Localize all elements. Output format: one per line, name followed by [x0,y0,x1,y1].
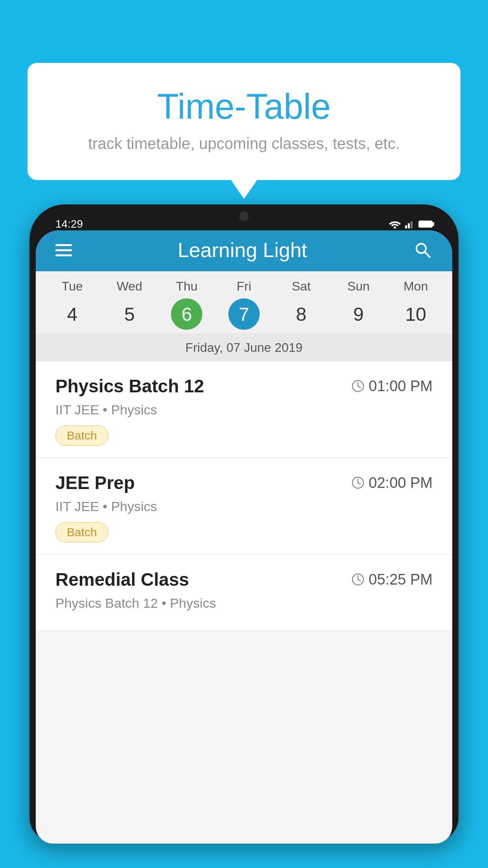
svg-line-14 [358,579,360,581]
schedule-item-header: JEE Prep 02:00 PM [55,472,433,493]
day-name: Sun [347,279,370,294]
day-name: Mon [404,279,428,294]
status-time: 14:29 [55,218,83,230]
day-number: 9 [343,298,374,330]
camera-dot [239,211,249,221]
day-item[interactable]: Wed5 [104,279,155,330]
speech-bubble: Time-Table track timetable, upcoming cla… [28,63,460,180]
phone-wrapper: 14:29 [29,204,459,868]
search-button[interactable] [413,240,433,260]
day-number: 8 [286,298,317,330]
batch-badge: Batch [55,425,108,446]
schedule-item-time: 02:00 PM [351,474,433,491]
schedule-item-subtitle: Physics Batch 12 • Physics [55,596,433,611]
schedule-item-title: JEE Prep [55,472,135,493]
schedule-item-subtitle: IIT JEE • Physics [55,402,433,417]
phone-notch [209,204,279,228]
schedule-item-title: Remedial Class [55,569,189,590]
schedule-item-title: Physics Batch 12 [55,375,204,397]
day-name: Tue [62,279,83,294]
svg-rect-1 [405,225,407,228]
calendar-strip: Tue4Wed5Thu6Fri7Sat8Sun9Mon10 Friday, 07… [36,271,452,361]
day-number: 4 [57,298,88,330]
svg-rect-3 [411,221,413,228]
svg-line-5 [425,252,430,257]
svg-line-11 [358,483,360,484]
status-icons [389,220,433,228]
day-name: Wed [117,279,142,294]
day-item[interactable]: Sun9 [333,279,384,330]
app-header: Learning Light [36,230,452,271]
day-item[interactable]: Tue4 [47,279,98,330]
bubble-title: Time-Table [59,86,429,127]
schedule-list: Physics Batch 12 01:00 PM IIT JEE • Phys… [36,361,452,631]
search-icon [413,241,432,259]
batch-badge: Batch [55,522,108,542]
wifi-icon [389,220,401,228]
svg-rect-2 [408,223,410,228]
days-row: Tue4Wed5Thu6Fri7Sat8Sun9Mon10 [36,279,452,334]
phone-outer: 14:29 [29,204,459,841]
day-number: 5 [114,298,145,330]
schedule-item-time: 01:00 PM [351,378,433,395]
selected-date-label: Friday, 07 June 2019 [36,334,452,361]
signal-icon [405,220,415,228]
day-item[interactable]: Fri7 [218,279,270,330]
day-item[interactable]: Sat8 [276,279,327,330]
clock-icon [351,379,365,393]
day-item[interactable]: Thu6 [161,279,212,330]
svg-line-8 [358,386,360,388]
day-number: 6 [171,298,202,330]
schedule-item[interactable]: Physics Batch 12 01:00 PM IIT JEE • Phys… [36,361,452,458]
clock-icon [351,476,365,489]
battery-icon [418,221,433,228]
schedule-item[interactable]: Remedial Class 05:25 PM Physics Batch 12… [36,555,452,631]
schedule-item-header: Physics Batch 12 01:00 PM [55,375,433,397]
day-item[interactable]: Mon10 [390,279,441,330]
hamburger-menu-button[interactable] [55,244,72,256]
day-number: 10 [400,298,431,330]
phone-screen: Learning Light Tue4Wed5Thu6Fri7Sat8Sun9M… [36,230,452,844]
schedule-item-header: Remedial Class 05:25 PM [55,569,433,590]
clock-icon [351,573,365,586]
svg-point-0 [394,226,396,228]
day-name: Fri [237,279,251,294]
day-number: 7 [228,298,260,330]
schedule-item[interactable]: JEE Prep 02:00 PM IIT JEE • Physics Batc… [36,458,452,555]
schedule-item-time: 05:25 PM [351,571,433,588]
day-name: Thu [176,279,198,294]
app-title: Learning Light [72,238,413,262]
day-name: Sat [292,279,311,294]
bubble-subtitle: track timetable, upcoming classes, tests… [59,135,429,153]
speech-bubble-wrapper: Time-Table track timetable, upcoming cla… [28,63,460,180]
schedule-item-subtitle: IIT JEE • Physics [55,499,433,514]
